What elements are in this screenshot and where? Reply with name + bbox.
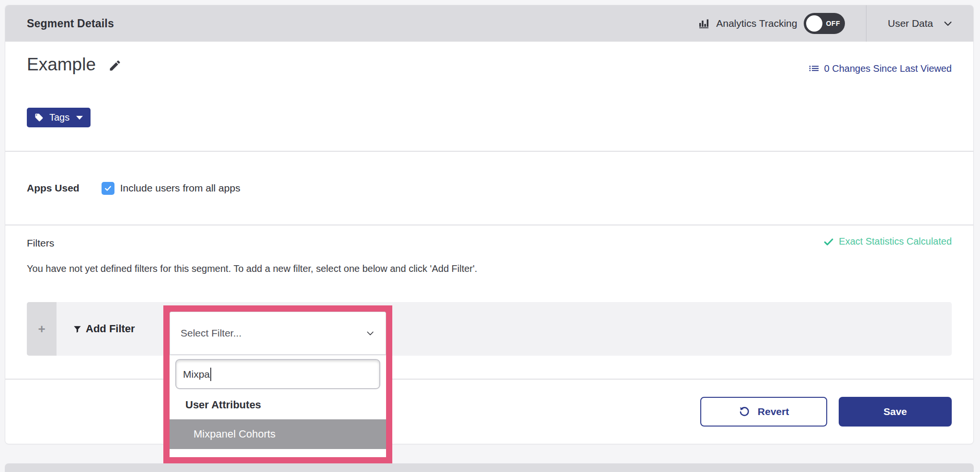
filter-dropdown-panel: Mixpa User Attributes Mixpanel Cohorts xyxy=(170,355,386,457)
analytics-tracking-toggle[interactable]: OFF xyxy=(804,13,845,34)
segment-name: Example xyxy=(27,53,96,76)
filters-description: You have not yet defined filters for thi… xyxy=(27,262,952,275)
include-all-apps-checkbox[interactable] xyxy=(102,182,114,195)
exact-statistics-status: Exact Statistics Calculated xyxy=(823,236,952,247)
dropdown-group-user-attributes: User Attributes xyxy=(170,396,386,414)
add-filter-label-group: Add Filter xyxy=(73,323,135,335)
segment-details-page: Segment Details Analytics Tracking OFF U… xyxy=(0,0,980,472)
tags-button-label: Tags xyxy=(49,112,69,123)
toggle-knob xyxy=(806,15,822,32)
funnel-icon xyxy=(73,325,82,334)
page-title: Segment Details xyxy=(5,17,114,30)
filter-search-value: Mixpa xyxy=(183,369,210,380)
text-cursor xyxy=(210,368,211,381)
tags-button[interactable]: Tags xyxy=(27,108,91,127)
user-data-label: User Data xyxy=(888,18,933,29)
check-icon xyxy=(823,236,834,247)
apps-used-section: Apps Used Include users from all apps xyxy=(5,152,973,225)
pencil-icon[interactable] xyxy=(108,59,122,72)
dropdown-option-mixpanel-cohorts[interactable]: Mixpanel Cohorts xyxy=(170,419,386,449)
analytics-tracking-label: Analytics Tracking xyxy=(716,18,797,29)
select-filter-dropdown[interactable]: Select Filter... xyxy=(170,312,386,355)
filters-heading: Filters xyxy=(27,236,54,250)
analytics-tracking-group: Analytics Tracking OFF xyxy=(698,5,866,42)
chevron-down-icon xyxy=(943,18,953,29)
header-right: Analytics Tracking OFF User Data xyxy=(698,5,973,42)
changes-since-last-viewed-link[interactable]: 0 Changes Since Last Viewed xyxy=(809,63,952,74)
next-section-bar xyxy=(5,463,974,472)
changes-link-label: 0 Changes Since Last Viewed xyxy=(824,63,952,74)
segment-title-section: Example 0 Changes Since Last Viewed Tags xyxy=(5,42,973,152)
include-all-apps-label: Include users from all apps xyxy=(120,182,240,194)
chevron-down-icon xyxy=(365,328,375,338)
card-header: Segment Details Analytics Tracking OFF U… xyxy=(5,5,973,42)
filters-section: Filters Exact Statistics Calculated You … xyxy=(5,225,973,380)
filter-dropdown-highlight: Select Filter... Mixpa User Attributes M… xyxy=(163,305,392,463)
save-button-label: Save xyxy=(883,406,907,417)
plus-icon: + xyxy=(38,323,45,335)
list-icon xyxy=(809,63,820,74)
filter-search-input[interactable]: Mixpa xyxy=(175,359,380,389)
bar-chart-icon xyxy=(698,18,709,29)
apps-used-label: Apps Used xyxy=(27,182,80,194)
select-filter-placeholder: Select Filter... xyxy=(181,327,241,339)
toggle-state-label: OFF xyxy=(826,20,840,27)
add-filter-label: Add Filter xyxy=(86,323,135,335)
segment-details-card: Segment Details Analytics Tracking OFF U… xyxy=(5,5,974,444)
exact-statistics-label: Exact Statistics Calculated xyxy=(839,236,952,247)
add-filter-plus-button[interactable]: + xyxy=(27,302,57,356)
footer-actions: Revert Save xyxy=(5,380,973,444)
user-data-dropdown[interactable]: User Data xyxy=(866,5,973,42)
tag-icon xyxy=(34,113,44,122)
revert-button-label: Revert xyxy=(758,406,789,417)
caret-down-icon xyxy=(76,116,83,120)
undo-icon xyxy=(739,406,750,417)
revert-button[interactable]: Revert xyxy=(700,397,827,427)
save-button[interactable]: Save xyxy=(839,397,952,427)
